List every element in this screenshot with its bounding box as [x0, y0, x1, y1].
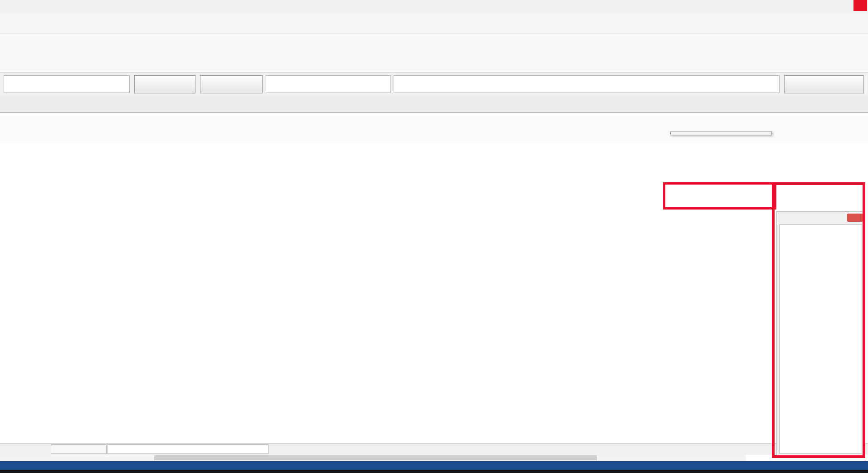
- horizontal-scrollbar[interactable]: [0, 455, 746, 461]
- taskbar-strip: [0, 470, 868, 473]
- minimize-button[interactable]: [826, 0, 840, 11]
- match-mode-group: [266, 75, 391, 93]
- column-context-menu: [670, 132, 772, 135]
- application-window: [0, 0, 868, 473]
- main-toolbar: [0, 34, 868, 73]
- search-input[interactable]: [4, 75, 130, 93]
- refresh-button[interactable]: [200, 75, 263, 93]
- horizontal-scrollbar-thumb[interactable]: [154, 455, 597, 460]
- table-body: [0, 144, 868, 443]
- privacy-censor-overlay: [232, 144, 340, 443]
- window-titlebar: [0, 0, 868, 12]
- hidden-columns-list: [779, 224, 862, 453]
- filter-bar: [0, 73, 868, 96]
- customization-panel: [776, 211, 865, 456]
- table-header-row: [0, 112, 868, 144]
- status-bar: [0, 461, 868, 470]
- save-view-button[interactable]: [784, 75, 864, 93]
- close-icon[interactable]: [847, 214, 863, 222]
- close-button[interactable]: [853, 0, 867, 11]
- clear-button[interactable]: [134, 75, 195, 93]
- maximize-button[interactable]: [840, 0, 853, 11]
- record-count-bar: [0, 443, 868, 455]
- patient-table: [0, 112, 868, 443]
- record-count-label: [51, 444, 107, 454]
- status-filter-group: [394, 75, 780, 93]
- list-tab-bar: [0, 96, 868, 112]
- ribbon-tab-bar: [0, 12, 868, 34]
- record-count-value: [107, 444, 268, 454]
